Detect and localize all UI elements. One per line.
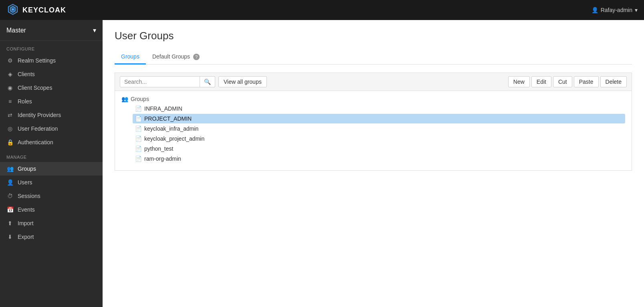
file-icon: 📄: [135, 115, 142, 122]
sidebar-item-label: Realm Settings: [18, 57, 56, 64]
client-scopes-icon: ◉: [6, 85, 14, 91]
user-icon: 👤: [592, 7, 598, 13]
keycloak-logo-icon: [6, 4, 19, 16]
file-icon: 📄: [135, 156, 142, 162]
delete-button[interactable]: Delete: [600, 76, 627, 87]
sidebar-item-label: User Federation: [18, 125, 58, 132]
edit-button[interactable]: Edit: [531, 76, 551, 87]
sidebar-item-groups[interactable]: 👥 Groups: [0, 162, 103, 176]
search-wrap: 🔍: [120, 76, 215, 87]
sidebar-item-label: Identity Providers: [18, 112, 61, 118]
file-icon: 📄: [135, 135, 142, 142]
groups-toolbar: 🔍 View all groups New Edit Cut Paste Del…: [115, 73, 632, 91]
realm-selector[interactable]: Master ▾: [0, 20, 103, 41]
sidebar-item-label: Client Scopes: [18, 85, 52, 91]
tree-item-infra-admin[interactable]: 📄 INFRA_ADMIN: [133, 104, 625, 113]
sidebar-item-authentication[interactable]: 🔒 Authentication: [0, 135, 103, 149]
sidebar-item-label: Authentication: [18, 139, 53, 145]
paste-button[interactable]: Paste: [574, 76, 599, 87]
user-dropdown-icon: ▾: [635, 7, 638, 13]
sidebar-item-label: Users: [18, 179, 32, 186]
view-all-groups-button[interactable]: View all groups: [218, 76, 267, 87]
tab-default-groups[interactable]: Default Groups ?: [146, 50, 206, 65]
authentication-icon: 🔒: [6, 139, 14, 145]
logo-text: KEYCLOAK: [22, 6, 66, 14]
tree-root-label: 👥 Groups: [121, 96, 625, 102]
new-button[interactable]: New: [508, 76, 530, 87]
sidebar-item-roles[interactable]: ≡ Roles: [0, 95, 103, 108]
user-menu[interactable]: 👤 Rafay-admin ▾: [592, 7, 638, 13]
sidebar-item-client-scopes[interactable]: ◉ Client Scopes: [0, 81, 103, 95]
tab-groups[interactable]: Groups: [115, 50, 146, 65]
sidebar-item-label: Clients: [18, 71, 35, 77]
cut-button[interactable]: Cut: [553, 76, 572, 87]
sidebar-item-label: Groups: [18, 166, 36, 172]
content-area: User Groups Groups Default Groups ? 🔍 Vi…: [103, 20, 644, 307]
sidebar-item-users[interactable]: 👤 Users: [0, 176, 103, 189]
sidebar-item-label: Import: [18, 220, 34, 226]
users-icon: 👤: [6, 179, 14, 186]
search-button[interactable]: 🔍: [200, 76, 215, 87]
page-title: User Groups: [115, 30, 632, 42]
sidebar-item-identity-providers[interactable]: ⇄ Identity Providers: [0, 108, 103, 122]
roles-icon: ≡: [6, 98, 14, 105]
top-navbar: KEYCLOAK 👤 Rafay-admin ▾: [0, 0, 644, 20]
sidebar-item-sessions[interactable]: ⏱ Sessions: [0, 189, 103, 203]
file-icon: 📄: [135, 105, 142, 112]
identity-providers-icon: ⇄: [6, 112, 14, 118]
groups-icon: 👥: [6, 166, 14, 172]
file-icon: 📄: [135, 125, 142, 132]
user-federation-icon: ◎: [6, 125, 14, 132]
sidebar-item-import[interactable]: ⬆ Import: [0, 216, 103, 230]
sidebar-item-realm-settings[interactable]: ⚙ Realm Settings: [0, 54, 103, 67]
sidebar-item-events[interactable]: 📅 Events: [0, 203, 103, 216]
toolbar-right: New Edit Cut Paste Delete: [508, 76, 627, 87]
sidebar-item-export[interactable]: ⬇ Export: [0, 230, 103, 244]
tree-root: 👥 Groups 📄 INFRA_ADMIN 📄 PROJECT_ADMIN 📄: [115, 91, 632, 169]
manage-section-label: Manage: [0, 149, 103, 162]
clients-icon: ◈: [6, 71, 14, 77]
sidebar-item-label: Events: [18, 206, 35, 213]
tree-item-keycloak-project-admin[interactable]: 📄 keycloak_project_admin: [133, 134, 625, 143]
realm-dropdown-icon: ▾: [93, 26, 96, 34]
logo: KEYCLOAK: [6, 4, 66, 16]
sidebar-item-clients[interactable]: ◈ Clients: [0, 67, 103, 81]
tabs: Groups Default Groups ?: [115, 50, 632, 65]
realm-settings-icon: ⚙: [6, 57, 14, 64]
tree-item-keycloak-infra-admin[interactable]: 📄 keycloak_infra_admin: [133, 124, 625, 133]
sidebar-item-label: Export: [18, 234, 34, 240]
default-groups-help-icon[interactable]: ?: [193, 54, 200, 60]
events-icon: 📅: [6, 206, 14, 213]
groups-root-icon: 👥: [121, 96, 128, 102]
configure-section-label: Configure: [0, 41, 103, 54]
tree-item-python-test[interactable]: 📄 python_test: [133, 144, 625, 154]
sidebar-item-user-federation[interactable]: ◎ User Federation: [0, 122, 103, 135]
realm-name: Master: [6, 27, 26, 34]
import-icon: ⬆: [6, 220, 14, 226]
export-icon: ⬇: [6, 234, 14, 240]
search-input[interactable]: [120, 76, 200, 87]
toolbar-left: 🔍 View all groups: [120, 76, 267, 87]
sidebar: Master ▾ Configure ⚙ Realm Settings ◈ Cl…: [0, 20, 103, 307]
user-name: Rafay-admin: [601, 7, 632, 13]
tree-children: 📄 INFRA_ADMIN 📄 PROJECT_ADMIN 📄 keycloak…: [133, 104, 625, 164]
tree-item-project-admin[interactable]: 📄 PROJECT_ADMIN: [133, 114, 625, 123]
groups-tree: 👥 Groups 📄 INFRA_ADMIN 📄 PROJECT_ADMIN 📄: [115, 91, 632, 171]
sessions-icon: ⏱: [6, 193, 14, 199]
svg-point-3: [12, 8, 14, 10]
tree-item-ram-org-admin[interactable]: 📄 ram-org-admin: [133, 154, 625, 164]
sidebar-item-label: Sessions: [18, 193, 40, 199]
main-layout: Master ▾ Configure ⚙ Realm Settings ◈ Cl…: [0, 20, 644, 307]
sidebar-item-label: Roles: [18, 98, 32, 105]
file-icon: 📄: [135, 145, 142, 152]
